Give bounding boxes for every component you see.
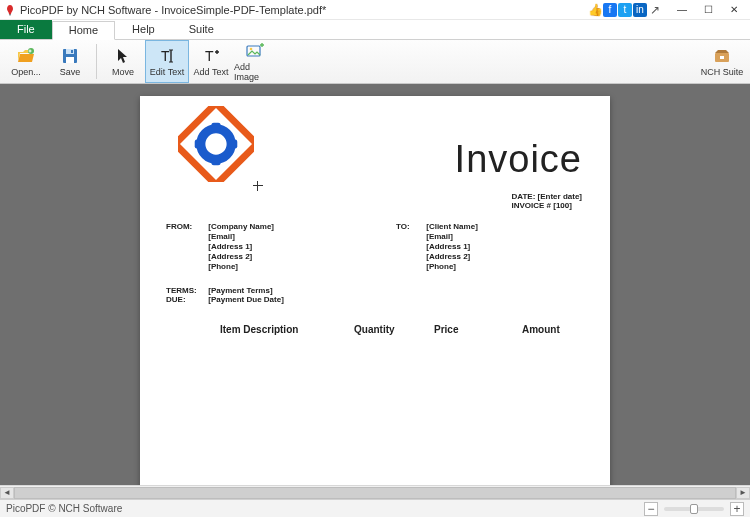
svg-rect-15 xyxy=(178,106,254,182)
zoom-control: − + xyxy=(644,502,744,516)
svg-rect-4 xyxy=(66,57,74,63)
pdf-page[interactable]: Invoice DATE: [Enter date] INVOICE # [10… xyxy=(140,96,610,485)
edit-text-label: Edit Text xyxy=(150,67,184,77)
save-button[interactable]: Save xyxy=(48,40,92,83)
scroll-track[interactable] xyxy=(14,487,736,499)
close-button[interactable]: ✕ xyxy=(722,2,746,18)
edit-text-button[interactable]: T Edit Text xyxy=(145,40,189,83)
window-title: PicoPDF by NCH Software - InvoiceSimple-… xyxy=(20,4,588,16)
thumbs-up-icon[interactable]: 👍 xyxy=(588,3,602,17)
svg-point-16 xyxy=(201,129,231,159)
copyright-text: PicoPDF © NCH Software xyxy=(6,503,122,514)
title-bar: PicoPDF by NCH Software - InvoiceSimple-… xyxy=(0,0,750,20)
svg-rect-19 xyxy=(195,139,204,148)
to-email[interactable]: [Email] xyxy=(426,232,478,242)
svg-text:T: T xyxy=(161,48,170,64)
to-phone[interactable]: [Phone] xyxy=(426,262,478,272)
status-bar: PicoPDF © NCH Software − + xyxy=(0,499,750,517)
from-company[interactable]: [Company Name] xyxy=(208,222,274,232)
minimize-button[interactable]: — xyxy=(670,2,694,18)
col-price[interactable]: Price xyxy=(430,324,500,335)
menu-file[interactable]: File xyxy=(0,20,52,39)
move-button[interactable]: Move xyxy=(101,40,145,83)
twitter-icon[interactable]: t xyxy=(618,3,632,17)
invoice-logo[interactable] xyxy=(178,106,254,182)
from-block[interactable]: FROM: [Company Name] [Email] [Address 1]… xyxy=(166,222,274,272)
horizontal-scrollbar[interactable]: ◄ ► xyxy=(0,485,750,499)
svg-rect-5 xyxy=(71,50,73,53)
nch-suite-icon xyxy=(712,46,732,66)
social-icons: 👍 f t in ↗ xyxy=(588,3,662,17)
resize-handle-icon[interactable] xyxy=(253,181,263,191)
zoom-slider-thumb[interactable] xyxy=(690,504,698,514)
svg-rect-18 xyxy=(211,156,220,165)
add-text-button[interactable]: T Add Text xyxy=(189,40,233,83)
svg-rect-14 xyxy=(720,56,724,59)
add-text-label: Add Text xyxy=(194,67,229,77)
from-addr1[interactable]: [Address 1] xyxy=(208,242,274,252)
document-area[interactable]: Invoice DATE: [Enter date] INVOICE # [10… xyxy=(0,84,750,485)
terms-label: TERMS: xyxy=(166,286,206,295)
from-addr2[interactable]: [Address 2] xyxy=(208,252,274,262)
from-label: FROM: xyxy=(166,222,206,231)
from-email[interactable]: [Email] xyxy=(208,232,274,242)
from-phone[interactable]: [Phone] xyxy=(208,262,274,272)
nch-suite-button[interactable]: NCH Suite xyxy=(698,40,746,83)
to-addr2[interactable]: [Address 2] xyxy=(426,252,478,262)
terms-value[interactable]: [Payment Terms] xyxy=(208,286,272,295)
move-label: Move xyxy=(112,67,134,77)
zoom-out-button[interactable]: − xyxy=(644,502,658,516)
svg-point-12 xyxy=(250,48,253,51)
save-label: Save xyxy=(60,67,81,77)
menu-home[interactable]: Home xyxy=(52,21,115,40)
open-label: Open... xyxy=(11,67,41,77)
maximize-button[interactable]: ☐ xyxy=(696,2,720,18)
menu-suite[interactable]: Suite xyxy=(172,20,231,39)
due-label: DUE: xyxy=(166,295,206,304)
folder-open-icon xyxy=(16,46,36,66)
nch-suite-label: NCH Suite xyxy=(701,67,744,77)
add-image-label: Add Image xyxy=(234,62,276,82)
window-controls: — ☐ ✕ xyxy=(670,2,746,18)
svg-rect-0 xyxy=(9,14,11,15)
to-addr1[interactable]: [Address 1] xyxy=(426,242,478,252)
invoice-date-block[interactable]: DATE: [Enter date] INVOICE # [100] xyxy=(511,192,582,210)
menu-help[interactable]: Help xyxy=(115,20,172,39)
zoom-in-button[interactable]: + xyxy=(730,502,744,516)
invoice-number[interactable]: INVOICE # [100] xyxy=(511,201,582,210)
col-amount[interactable]: Amount xyxy=(500,324,590,335)
linkedin-icon[interactable]: in xyxy=(633,3,647,17)
zoom-slider[interactable] xyxy=(664,507,724,511)
to-label: TO: xyxy=(396,222,424,231)
facebook-icon[interactable]: f xyxy=(603,3,617,17)
menu-bar: File Home Help Suite xyxy=(0,20,750,40)
to-block[interactable]: TO: [Client Name] [Email] [Address 1] [A… xyxy=(396,222,478,272)
invoice-columns[interactable]: Item Description Quantity Price Amount xyxy=(140,324,610,335)
to-client[interactable]: [Client Name] xyxy=(426,222,478,232)
scroll-right-button[interactable]: ► xyxy=(736,487,750,499)
app-icon xyxy=(4,4,16,16)
cursor-icon xyxy=(113,46,133,66)
toolbar: Open... Save Move T Edit Text T Add T xyxy=(0,40,750,84)
svg-rect-20 xyxy=(228,139,237,148)
edit-text-icon: T xyxy=(157,46,177,66)
terms-block[interactable]: TERMS: [Payment Terms] DUE: [Payment Due… xyxy=(166,286,284,304)
scroll-left-button[interactable]: ◄ xyxy=(0,487,14,499)
col-description[interactable]: Item Description xyxy=(140,324,350,335)
add-image-button[interactable]: Add Image xyxy=(233,40,277,83)
invoice-date[interactable]: DATE: [Enter date] xyxy=(511,192,582,201)
save-icon xyxy=(60,46,80,66)
col-quantity[interactable]: Quantity xyxy=(350,324,430,335)
share-icon[interactable]: ↗ xyxy=(648,3,662,17)
svg-text:T: T xyxy=(205,48,214,64)
invoice-title[interactable]: Invoice xyxy=(455,138,582,181)
add-image-icon xyxy=(245,41,265,61)
due-value[interactable]: [Payment Due Date] xyxy=(208,295,284,304)
scroll-thumb[interactable] xyxy=(14,487,736,499)
open-button[interactable]: Open... xyxy=(4,40,48,83)
add-text-icon: T xyxy=(201,46,221,66)
svg-rect-17 xyxy=(211,123,220,132)
toolbar-separator xyxy=(96,44,97,79)
